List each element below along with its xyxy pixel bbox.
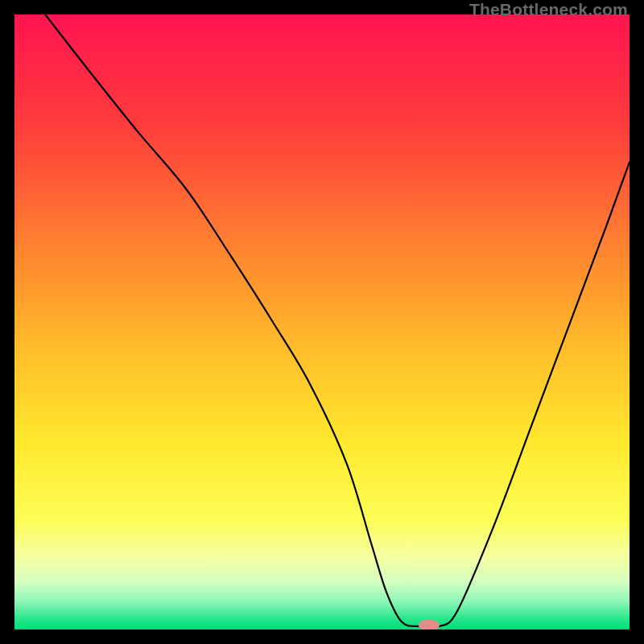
watermark-text: TheBottleneck.com xyxy=(469,0,628,19)
plot-area xyxy=(14,14,630,630)
bottleneck-curve-chart xyxy=(14,14,630,630)
chart-container: TheBottleneck.com xyxy=(0,0,644,644)
gradient-background xyxy=(14,14,630,630)
